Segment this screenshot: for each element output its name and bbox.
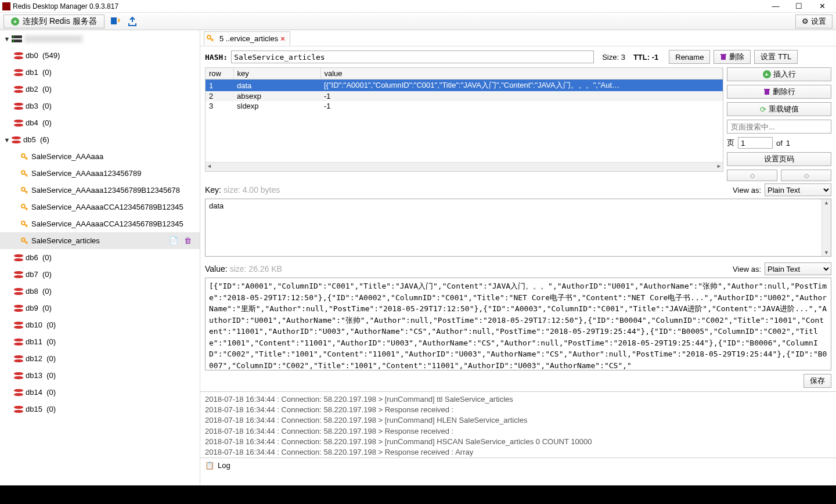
insert-row-button[interactable]: +插入行 bbox=[727, 67, 831, 81]
col-row[interactable]: row bbox=[206, 68, 233, 80]
key-viewas-select[interactable]: Plain Text bbox=[765, 183, 831, 196]
trash-icon bbox=[720, 53, 727, 60]
next-page-button[interactable]: ◇ bbox=[781, 170, 831, 181]
table-row[interactable]: 3sldexp-1 bbox=[206, 101, 723, 111]
db-node-db10[interactable]: db10 (0) bbox=[0, 316, 200, 333]
app-icon bbox=[2, 2, 10, 10]
connect-server-button[interactable]: + 连接到 Redis 服务器 bbox=[3, 15, 105, 28]
plus-icon: + bbox=[11, 17, 19, 26]
window-title: Redis Desktop Manager 0.9.3.817 bbox=[13, 2, 118, 10]
log-panel: 2018-07-18 16:34:44 : Connection: 58.220… bbox=[200, 391, 836, 473]
table-row[interactable]: 2absexp-1 bbox=[206, 91, 723, 101]
vertical-scrollbar[interactable] bbox=[821, 199, 831, 256]
key-icon bbox=[21, 170, 28, 177]
set-page-button[interactable]: 设置页码 bbox=[727, 152, 831, 166]
value-section-header: Value:size: 26.26 KB View as: Plain Text bbox=[200, 260, 836, 278]
gear-icon: ⚙ bbox=[802, 17, 809, 26]
type-label: HASH: bbox=[205, 53, 228, 62]
database-icon bbox=[14, 52, 23, 59]
col-value[interactable]: value bbox=[320, 68, 723, 80]
import-icon[interactable] bbox=[108, 15, 122, 28]
ttl-label: TTL: -1 bbox=[633, 53, 658, 62]
prev-page-button[interactable]: ◇ bbox=[727, 170, 777, 181]
page-number-input[interactable] bbox=[738, 137, 773, 149]
close-button[interactable]: ✕ bbox=[810, 0, 834, 13]
svg-rect-15 bbox=[764, 89, 770, 90]
reload-button[interactable]: ⟳重载键值 bbox=[727, 102, 831, 116]
table-actions-panel: +插入行 删除行 ⟳重载键值 页 of 1 设置页码 ◇ ◇ bbox=[727, 67, 836, 181]
db-node-db7[interactable]: db7 (0) bbox=[0, 266, 200, 283]
tab-key[interactable]: 5 ..ervice_articles × bbox=[204, 31, 290, 45]
tab-bar: 5 ..ervice_articles × bbox=[200, 30, 836, 46]
copy-icon[interactable]: 📄 bbox=[169, 236, 178, 245]
key-section-header: Key:size: 4.00 bytes View as: Plain Text bbox=[200, 181, 836, 199]
chevron-down-icon[interactable]: ▼ bbox=[2, 136, 12, 143]
log-line: 2018-07-18 16:34:44 : Connection: 58.220… bbox=[205, 437, 831, 447]
key-header: HASH: Size: 3 TTL: -1 Rename 删除 设置 TTL bbox=[200, 46, 836, 67]
size-label: Size: 3 bbox=[602, 53, 625, 62]
page-search-input[interactable] bbox=[727, 120, 831, 134]
key-node[interactable]: SaleService_AAAaaaCCA123456789B12345 bbox=[0, 199, 200, 215]
value-viewas-select[interactable]: Plain Text bbox=[765, 262, 831, 275]
rename-button[interactable]: Rename bbox=[669, 50, 710, 64]
database-icon bbox=[14, 389, 23, 396]
svg-point-3 bbox=[13, 36, 14, 37]
key-icon bbox=[21, 153, 28, 160]
value-content-box[interactable]: [{"ID":"A0001","ColumnID":"C001","Title"… bbox=[205, 278, 831, 370]
key-node[interactable]: SaleService_AAAaaa123456789B12345678 bbox=[0, 182, 200, 199]
database-icon bbox=[14, 339, 23, 345]
db-node-db5[interactable]: ▼ db5 (6) bbox=[0, 131, 200, 148]
svg-rect-12 bbox=[721, 55, 726, 60]
database-icon bbox=[14, 271, 23, 278]
delete-key-button[interactable]: 删除 bbox=[714, 50, 751, 64]
export-icon[interactable] bbox=[125, 15, 139, 28]
db-node-db0[interactable]: db0 (549) bbox=[0, 47, 200, 64]
server-icon bbox=[12, 35, 22, 42]
log-output[interactable]: 2018-07-18 16:34:44 : Connection: 58.220… bbox=[200, 392, 836, 458]
key-icon bbox=[21, 187, 28, 194]
connection-tree[interactable]: ▼ db0 (549)db1 (0)db2 (0)db3 (0)db4 (0) … bbox=[0, 30, 200, 485]
db-node-db3[interactable]: db3 (0) bbox=[0, 98, 200, 114]
db-node-db2[interactable]: db2 (0) bbox=[0, 81, 200, 98]
db-node-db8[interactable]: db8 (0) bbox=[0, 283, 200, 300]
connection-node[interactable]: ▼ bbox=[0, 30, 200, 47]
db-node-db14[interactable]: db14 (0) bbox=[0, 384, 200, 401]
key-value-box[interactable]: data bbox=[205, 199, 831, 257]
db-node-db6[interactable]: db6 (0) bbox=[0, 249, 200, 266]
window-titlebar: Redis Desktop Manager 0.9.3.817 ― ☐ ✕ bbox=[0, 0, 836, 13]
db-node-db1[interactable]: db1 (0) bbox=[0, 64, 200, 81]
db-node-db12[interactable]: db12 (0) bbox=[0, 350, 200, 367]
database-icon bbox=[12, 136, 21, 143]
key-node[interactable]: SaleService_AAAaaa123456789 bbox=[0, 165, 200, 182]
hash-table[interactable]: row key value 1data[{"ID":"A0001","Colum… bbox=[205, 67, 723, 172]
svg-point-4 bbox=[13, 40, 14, 41]
delete-icon[interactable]: 🗑 bbox=[184, 236, 192, 245]
db-node-db9[interactable]: db9 (0) bbox=[0, 300, 200, 316]
svg-rect-14 bbox=[765, 90, 769, 95]
col-key[interactable]: key bbox=[233, 68, 320, 80]
plus-icon: + bbox=[763, 70, 771, 78]
set-ttl-button[interactable]: 设置 TTL bbox=[754, 50, 798, 64]
chevron-down-icon[interactable]: ▼ bbox=[2, 35, 12, 42]
save-button[interactable]: 保存 bbox=[803, 374, 831, 388]
db-node-db15[interactable]: db15 (0) bbox=[0, 401, 200, 417]
delete-row-button[interactable]: 删除行 bbox=[727, 85, 831, 99]
minimize-button[interactable]: ― bbox=[764, 0, 787, 13]
settings-button[interactable]: ⚙ 设置 bbox=[795, 15, 833, 28]
taskbar-placeholder bbox=[0, 485, 836, 504]
database-icon bbox=[14, 288, 23, 295]
tab-close-icon[interactable]: × bbox=[280, 34, 285, 43]
db-node-db4[interactable]: db4 (0) bbox=[0, 114, 200, 131]
key-name-input[interactable] bbox=[231, 51, 594, 63]
key-node[interactable]: SaleService_AAAaaaCCA123456789B12345 bbox=[0, 215, 200, 232]
db-node-db13[interactable]: db13 (0) bbox=[0, 367, 200, 384]
key-node[interactable]: SaleService_articles📄🗑 bbox=[0, 232, 200, 249]
table-row[interactable]: 1data[{"ID":"A0001","ColumnID":"C001","T… bbox=[206, 80, 723, 92]
key-node[interactable]: SaleService_AAAaaa bbox=[0, 148, 200, 165]
log-line: 2018-07-18 16:34:44 : Connection: 58.220… bbox=[205, 447, 831, 458]
maximize-button[interactable]: ☐ bbox=[787, 0, 810, 13]
database-icon bbox=[14, 254, 23, 261]
horizontal-scrollbar[interactable] bbox=[206, 162, 723, 171]
log-tab[interactable]: 📋 Log bbox=[200, 458, 836, 473]
db-node-db11[interactable]: db11 (0) bbox=[0, 333, 200, 350]
